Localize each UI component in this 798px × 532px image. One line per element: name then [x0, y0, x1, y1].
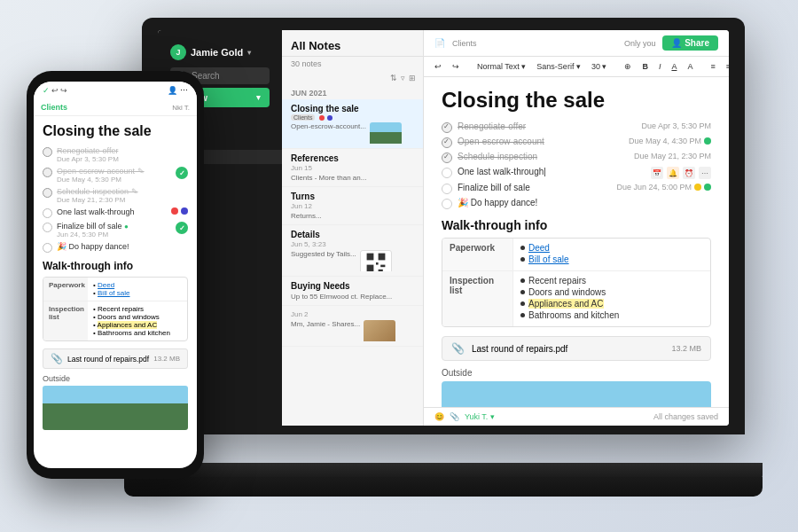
note-title: Closing the sale: [291, 104, 414, 113]
task-checkbox[interactable]: [43, 208, 52, 218]
phone-toolbar: Clients Nkl T.: [34, 99, 197, 116]
note-dot-blue: [327, 115, 332, 121]
calendar-icon[interactable]: 📅: [651, 167, 663, 179]
user-menu[interactable]: J Jamie Gold ▾: [165, 41, 275, 64]
task-checkbox[interactable]: [43, 223, 52, 232]
editor-top-bar: 📄 Clients Only you 👤 Share: [424, 30, 729, 57]
indent-btn[interactable]: ≡: [723, 60, 729, 73]
share-btn-label: Share: [685, 38, 709, 48]
filter-icon[interactable]: ▿: [401, 74, 405, 82]
font-dropdown[interactable]: Sans-Serif ▾: [533, 60, 584, 73]
attachment-icon: 📎: [51, 353, 63, 364]
task-finalize: Finalize bill of sale Due Jun 24, 5:00 P…: [442, 183, 711, 194]
task-text: Open-escrow-account ✎: [57, 167, 171, 176]
text-color-btn[interactable]: A: [684, 60, 696, 73]
task-checkbox[interactable]: [43, 168, 52, 177]
emoji-icon[interactable]: 😊: [434, 412, 444, 421]
share-button[interactable]: 👤 Share: [662, 35, 718, 51]
phone-status-icons: 👤 ⋯: [168, 86, 188, 95]
bullet-deed: Deed: [520, 243, 703, 253]
undo-btn[interactable]: ↩: [431, 60, 445, 73]
note-item-closing-sale[interactable]: Closing the sale Clients Open-escrow-acc…: [282, 99, 423, 149]
phone-task-escrow: Open-escrow-account ✎ Due May 4, 5:30 PM…: [43, 167, 188, 184]
editor-title: Closing the sale: [442, 88, 711, 113]
task-text: Open-escrow-account: [458, 137, 623, 146]
task-dance: 🎉 Do happy dance!: [442, 198, 711, 209]
task-checkbox[interactable]: [442, 168, 452, 178]
note-item-buying-needs[interactable]: Buying Needs Up to 55 Elmwood ct. Replac…: [282, 277, 423, 306]
chevron-down-icon: ▾: [256, 93, 261, 102]
bill-link[interactable]: Bill of sale: [98, 289, 129, 297]
more-icon: ⋯: [180, 86, 188, 95]
phone-status-bar: ✓ ↩ ↪ 👤 ⋯: [34, 82, 197, 99]
phone: ✓ ↩ ↪ 👤 ⋯ Clients Nkl T. Closing the sal…: [27, 71, 204, 479]
redo-btn[interactable]: ↪: [449, 60, 463, 73]
notes-list-panel: All Notes 30 notes ⇅ ▿ ⊞ JUN 2021 Closin…: [282, 30, 424, 426]
note-title: References: [291, 153, 414, 163]
task-inspection: Schedule-inspection Due May 21, 2:30 PM: [442, 152, 711, 163]
italic-btn[interactable]: I: [655, 60, 665, 73]
color-btn[interactable]: ⊕: [621, 60, 635, 73]
deed-link[interactable]: Deed: [528, 243, 550, 253]
note-item-references[interactable]: References Jun 15 Clients - More than an…: [282, 149, 423, 187]
bullet-icon: [520, 301, 525, 306]
notes-list-header: All Notes: [282, 30, 423, 57]
bold-btn[interactable]: B: [638, 60, 652, 73]
bullet-bill: Bill of sale: [520, 254, 703, 264]
font-size-dropdown[interactable]: 30 ▾: [588, 60, 611, 73]
task-checkbox[interactable]: [43, 147, 52, 157]
phone-task-inspection: Schedule-inspection ✎ Due May 21, 2:30 P…: [43, 187, 188, 204]
alarm-icon[interactable]: ⏰: [683, 167, 695, 179]
user-tag[interactable]: Yuki T. ▾: [465, 412, 495, 421]
person-icon: 👤: [168, 86, 177, 95]
more-icon[interactable]: ⋯: [699, 167, 711, 179]
note-item-turns[interactable]: Turns Jun 12 Returns...: [282, 187, 423, 225]
phone-note-id: Nkl T.: [172, 104, 190, 112]
attachment-icon: 📎: [451, 342, 465, 355]
phone-table-row-paperwork: Paperwork • Deed • Bill of sale: [43, 278, 187, 301]
flag-icon[interactable]: 🔔: [667, 167, 679, 179]
underline-btn[interactable]: A: [668, 60, 680, 73]
outside-label: Outside: [43, 374, 188, 383]
note-item-misc[interactable]: Jun 2 Mm, Jamie - Shares...: [282, 306, 423, 347]
deed-link[interactable]: Deed: [98, 281, 114, 289]
phone-task-walkthrough: One last walk-through: [43, 207, 188, 218]
task-checkbox[interactable]: [442, 184, 452, 194]
layout-icon[interactable]: ⊞: [409, 74, 416, 82]
task-text: Renegotiate-offer: [458, 121, 636, 131]
editor-panel: 📄 Clients Only you 👤 Share ↩ ↪: [424, 30, 729, 426]
bill-link[interactable]: Bill of sale: [528, 254, 569, 264]
avatar: J: [170, 44, 186, 60]
table-cell-label: Inspection list: [442, 271, 513, 326]
svg-rect-4: [380, 265, 385, 268]
phone-table-label: Inspection list: [43, 301, 88, 340]
task-text: One last walk-through: [57, 207, 167, 216]
sort-icon[interactable]: ⇅: [390, 74, 397, 82]
list-btn[interactable]: ≡: [707, 60, 718, 73]
task-checkbox[interactable]: [442, 153, 452, 163]
phone-table-content: • Deed • Bill of sale: [88, 278, 187, 301]
phone-content: Closing the sale Renegotiate-offer Due A…: [34, 116, 197, 468]
task-walkthrough: One last walk-through| 📅 🔔 ⏰ ⋯: [442, 167, 711, 179]
bullet-icon: [520, 246, 525, 250]
note-item-details[interactable]: Details Jun 5, 3:23 Suggested by Tails..…: [282, 225, 423, 277]
task-due: Due May 21, 2:30 PM: [634, 152, 711, 160]
phone-attachment: 📎 Last round of repairs.pdf 13.2 MB: [43, 348, 188, 369]
attachment-btn[interactable]: 📎: [450, 412, 459, 421]
attachment-size: 13.2 MB: [153, 355, 180, 363]
phone-note-title: Closing the sale: [43, 123, 188, 139]
bullet-text-highlighted: Appliances and AC: [528, 299, 604, 309]
phone-task-renegotiate: Renegotiate-offer Due Apr 3, 5:30 PM: [43, 146, 188, 163]
task-checkbox[interactable]: [43, 188, 52, 198]
svg-rect-3: [376, 262, 379, 265]
text-style-dropdown[interactable]: Normal Text ▾: [473, 60, 529, 73]
task-checkbox[interactable]: [442, 122, 452, 133]
task-checkbox[interactable]: [442, 199, 452, 209]
note-meta: Jun 15: [291, 164, 414, 172]
flag-dot-red: [171, 207, 178, 215]
task-checkbox[interactable]: [43, 243, 52, 253]
task-text: Schedule-inspection: [458, 152, 629, 161]
editor-bottom-bar: 😊 📎 Yuki T. ▾ All changes saved: [424, 407, 729, 426]
task-checkbox[interactable]: [442, 137, 452, 148]
bullet-repairs: Recent repairs: [520, 276, 703, 286]
